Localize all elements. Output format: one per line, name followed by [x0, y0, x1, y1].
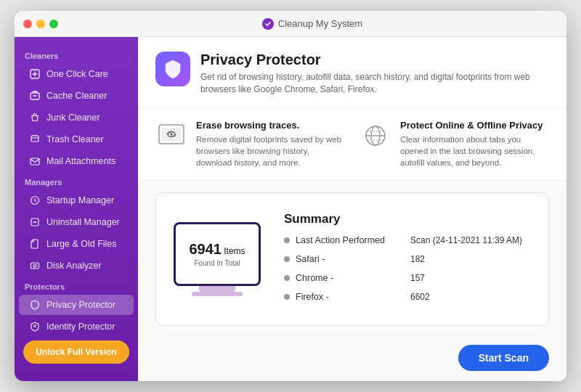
summary-details: Summary Last Action Performed Scan (24-1…	[284, 212, 531, 306]
dot-icon	[284, 294, 290, 300]
cache-cleaner-icon	[29, 90, 41, 102]
last-action-value: Scan (24-11-2021 11:39 AM)	[407, 235, 531, 250]
app-window: Cleanup My System Cleaners One Click Car…	[15, 11, 566, 381]
safari-label: Safari -	[284, 254, 407, 264]
sidebar-item-label: Startup Manager	[46, 195, 114, 205]
chrome-value: 157	[407, 273, 531, 287]
summary-title: Summary	[284, 212, 531, 226]
svg-rect-7	[31, 263, 39, 269]
erase-traces-icon	[155, 120, 187, 152]
sidebar-item-trash-cleaner[interactable]: Trash Cleaner	[19, 129, 134, 150]
one-click-care-icon	[29, 68, 41, 80]
close-button[interactable]	[23, 20, 32, 28]
summary-card: 6941 Items Found In Total Summary Last A	[155, 192, 549, 326]
sidebar-item-label: Cache Cleaner	[46, 91, 107, 101]
sidebar-item-label: One Click Care	[46, 69, 108, 79]
startup-manager-icon	[29, 195, 41, 206]
sidebar-item-label: Mail Attachments	[46, 156, 115, 166]
managers-section-label: Managers	[15, 172, 138, 189]
feature-text-protect-privacy: Protect Online & Offline Privacy Clear i…	[400, 120, 549, 168]
features-row: Erase browsing traces. Remove digital fo…	[138, 108, 566, 181]
sidebar-item-label: Junk Cleaner	[46, 113, 100, 123]
sidebar-item-cache-cleaner[interactable]: Cache Cleaner	[19, 86, 134, 106]
header-icon	[155, 52, 190, 86]
shield-icon	[163, 59, 183, 79]
app-title: Cleanup My System	[278, 18, 362, 29]
app-icon	[262, 18, 274, 30]
footer: Start Scan	[138, 338, 566, 381]
large-old-files-icon	[29, 238, 41, 250]
dot-icon	[284, 256, 290, 262]
sidebar-item-label: Uninstall Manager	[46, 217, 120, 227]
sidebar-item-privacy-protector[interactable]: Privacy Protector	[19, 295, 134, 315]
sidebar-item-label: Disk Analyzer	[46, 261, 102, 271]
privacy-protector-icon	[29, 299, 41, 311]
sidebar: Cleaners One Click Care Cache Cleaner Ju…	[15, 37, 138, 381]
identity-protector-icon	[29, 321, 41, 332]
sidebar-item-disk-analyzer[interactable]: Disk Analyzer	[19, 256, 134, 276]
mail-attachments-icon	[29, 155, 41, 167]
minimize-button[interactable]	[36, 20, 45, 28]
disk-analyzer-icon	[29, 260, 41, 271]
protect-privacy-icon	[359, 120, 391, 152]
main-content: Privacy Protector Get rid of browsing hi…	[138, 37, 566, 381]
monitor-container: 6941 Items Found In Total	[174, 222, 261, 296]
app-content: Cleaners One Click Care Cache Cleaner Ju…	[15, 37, 566, 381]
sidebar-item-junk-cleaner[interactable]: Junk Cleaner	[19, 107, 134, 128]
sidebar-item-mail-attachments[interactable]: Mail Attachments	[19, 151, 134, 171]
trash-cleaner-icon	[29, 134, 41, 145]
monitor-stand	[199, 286, 235, 292]
feature-card-protect-privacy: Protect Online & Offline Privacy Clear i…	[359, 120, 549, 168]
traffic-lights	[23, 20, 58, 28]
uninstall-manager-icon	[29, 216, 41, 228]
titlebar-title: Cleanup My System	[67, 18, 558, 30]
feature-card-erase-traces: Erase browsing traces. Remove digital fo…	[155, 120, 345, 168]
feature-text-erase-traces: Erase browsing traces. Remove digital fo…	[196, 120, 345, 168]
dot-icon	[284, 275, 290, 281]
sidebar-item-label: Privacy Protector	[46, 300, 115, 310]
monitor-base	[192, 292, 243, 296]
monitor-sublabel: Found In Total	[194, 259, 240, 267]
header-text: Privacy Protector Get rid of browsing hi…	[200, 52, 549, 96]
main-header: Privacy Protector Get rid of browsing hi…	[138, 37, 566, 108]
dot-icon	[284, 237, 290, 243]
monitor-count: 6941 Items	[189, 240, 245, 258]
page-title: Privacy Protector	[200, 52, 549, 68]
page-description: Get rid of browsing history, autofill da…	[200, 71, 549, 96]
feature-description: Remove digital footprints saved by web b…	[196, 134, 345, 168]
unlock-full-version-button[interactable]: Unlock Full Version	[23, 340, 129, 364]
last-action-label: Last Action Performed	[284, 235, 407, 245]
sidebar-item-one-click-care[interactable]: One Click Care	[19, 64, 134, 84]
svg-rect-3	[31, 136, 38, 142]
svg-point-8	[33, 264, 36, 267]
firefox-value: 6602	[407, 292, 531, 306]
feature-description: Clear information about tabs you opened …	[400, 134, 549, 168]
start-scan-button[interactable]: Start Scan	[458, 345, 549, 371]
titlebar: Cleanup My System	[15, 11, 566, 37]
cleaners-section-label: Cleaners	[15, 46, 138, 63]
firefox-label: Firefox -	[284, 292, 407, 302]
sidebar-item-label: Large & Old Files	[46, 239, 117, 249]
safari-value: 182	[407, 254, 531, 269]
sidebar-item-startup-manager[interactable]: Startup Manager	[19, 190, 134, 211]
maximize-button[interactable]	[49, 20, 58, 28]
protectors-section-label: Protectors	[15, 277, 138, 294]
feature-title: Protect Online & Offline Privacy	[400, 120, 549, 131]
svg-point-9	[34, 325, 36, 327]
junk-cleaner-icon	[29, 112, 41, 123]
svg-rect-4	[31, 158, 39, 165]
sidebar-item-identity-protector[interactable]: Identity Protector	[19, 317, 134, 337]
summary-area: 6941 Items Found In Total Summary Last A	[138, 181, 566, 338]
sidebar-item-label: Trash Cleaner	[46, 134, 104, 144]
sidebar-item-label: Identity Protector	[46, 322, 115, 332]
sidebar-item-large-old-files[interactable]: Large & Old Files	[19, 234, 134, 254]
chrome-label: Chrome -	[284, 273, 407, 283]
monitor-display: 6941 Items Found In Total	[174, 222, 261, 286]
feature-title: Erase browsing traces.	[196, 120, 345, 131]
sidebar-item-uninstall-manager[interactable]: Uninstall Manager	[19, 212, 134, 232]
